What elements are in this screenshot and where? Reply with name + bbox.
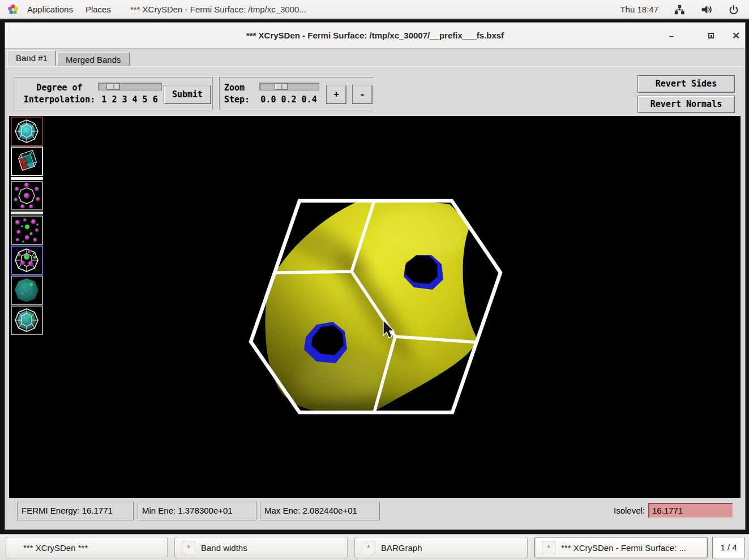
interpolation-label: Degree of Interpolation: [18, 82, 101, 106]
clock[interactable]: Thu 18:47 [620, 5, 658, 14]
thumbnail-scattered-pockets[interactable] [11, 216, 43, 245]
window-titlebar[interactable]: *** XCrySDen - Fermi Surface: /tmp/xc_30… [5, 23, 745, 49]
thumbnail-fermi-cyan-wireframe[interactable] [11, 117, 43, 146]
distro-logo-icon[interactable] [7, 3, 19, 16]
interpolation-group: Degree of Interpolation: 1 2 3 4 5 6 Sub… [13, 76, 213, 110]
interpolation-ticks: 1 2 3 4 5 6 [95, 94, 165, 105]
close-button[interactable]: ✕ [726, 23, 746, 49]
rail-separator [11, 212, 43, 214]
menu-applications[interactable]: Applications [27, 5, 73, 14]
taskbar: *** XCrySDen *** Band widths BARGraph **… [0, 534, 749, 560]
panel-active-window-title[interactable]: *** XCrySDen - Fermi Surface: /tmp/xc_30… [130, 5, 306, 14]
thumbnail-rail [11, 117, 44, 335]
zoom-out-button[interactable]: - [352, 85, 373, 104]
taskbar-item-bargraph[interactable]: BARGraph [354, 537, 528, 558]
zoom-step-slider-handle[interactable] [275, 83, 288, 90]
tab-merged-bands[interactable]: Merged Bands [57, 52, 130, 66]
thumbnail-cell-red-cyan[interactable] [11, 147, 43, 176]
taskbar-item-label: *** XCrySDen *** [23, 543, 88, 553]
isolevel-input[interactable] [648, 503, 733, 518]
thumbnail-teal-closed-surface[interactable] [11, 275, 43, 305]
power-icon[interactable] [727, 3, 740, 16]
workspace-pager[interactable]: 1 / 4 [712, 537, 745, 558]
fermi-energy-readout: FERMI Energy: 16.1771 [16, 501, 134, 520]
thumbnail-teal-surface-wireframe[interactable] [11, 305, 43, 335]
gl-canvas[interactable] [9, 116, 741, 498]
notebook-edge [5, 66, 745, 67]
window-icon [182, 541, 195, 554]
zoom-step-group: Zoom Step: 0.0 0.2 0.4 + - [219, 76, 374, 110]
interpolation-slider[interactable] [98, 83, 162, 91]
taskbar-item-fermi-surface[interactable]: *** XCrySDen - Fermi Surface: ... [534, 537, 708, 558]
zoom-step-label: Zoom Step: [224, 82, 257, 106]
taskbar-item-xcrysden[interactable]: *** XCrySDen *** [6, 537, 168, 558]
minimize-button[interactable]: – [662, 23, 681, 49]
menu-places[interactable]: Places [85, 5, 111, 14]
volume-icon[interactable] [700, 3, 713, 16]
fermi-surface-scene[interactable] [9, 116, 741, 498]
maximize-icon [708, 33, 714, 38]
zoom-in-button[interactable]: + [326, 85, 346, 104]
interpolation-slider-handle[interactable] [106, 83, 120, 90]
zoom-step-ticks: 0.0 0.2 0.4 [254, 94, 324, 105]
submit-button[interactable]: Submit [164, 85, 211, 104]
xcrysden-window: *** XCrySDen - Fermi Surface: /tmp/xc_30… [5, 22, 746, 530]
maximize-button[interactable] [701, 23, 721, 49]
window-icon [542, 541, 555, 554]
revert-normals-button[interactable]: Revert Normals [637, 96, 735, 113]
isolevel-label: Isolevel: [601, 503, 645, 518]
zoom-step-slider[interactable] [259, 83, 319, 91]
taskbar-item-label: BARGraph [381, 543, 422, 553]
window-title: *** XCrySDen - Fermi Surface: /tmp/xc_30… [5, 23, 745, 49]
network-icon[interactable] [673, 3, 686, 16]
taskbar-item-label: Band widths [201, 543, 247, 553]
desktop-top-panel: Applications Places *** XCrySDen - Fermi… [0, 0, 749, 20]
max-energy-readout: Max Ene: 2.082440e+01 [259, 501, 380, 520]
thumbnail-magenta-pockets-zone[interactable] [11, 181, 43, 210]
min-energy-readout: Min Ene: 1.378300e+01 [137, 501, 256, 520]
tab-band-1[interactable]: Band #1 [7, 50, 56, 66]
rail-separator [11, 177, 43, 180]
revert-sides-button[interactable]: Revert Sides [637, 75, 735, 93]
window-body: Band #1 Merged Bands Degree of Interpola… [5, 49, 745, 529]
taskbar-item-label: *** XCrySDen - Fermi Surface: ... [561, 543, 686, 553]
taskbar-item-band-widths[interactable]: Band widths [174, 537, 348, 558]
thumbnail-pockets-in-zone[interactable] [11, 245, 43, 275]
window-icon [362, 541, 375, 554]
